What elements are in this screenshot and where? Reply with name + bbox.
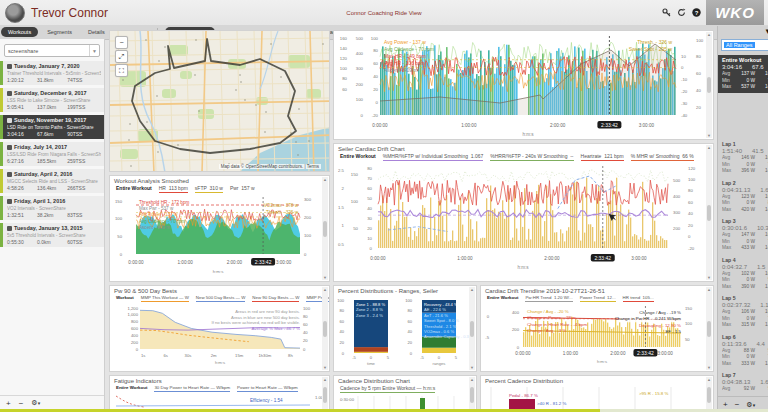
- map-fullscreen-icon[interactable]: ⛶: [115, 64, 128, 77]
- svg-text:Avg Cadence - 70 rpm: Avg Cadence - 70 rpm: [384, 46, 434, 52]
- lap-summary[interactable]: Lap 7 0:04:38.131.6Avg92 W97: [718, 369, 768, 395]
- svg-text:2:33:42: 2:33:42: [255, 259, 272, 265]
- svg-text:Efficiency - 1.54: Efficiency - 1.54: [250, 398, 283, 403]
- workout-list-item[interactable]: Tuesday, January 13, 2015 5x5 Threshold …: [0, 223, 104, 247]
- svg-text:-5: -5: [352, 355, 356, 360]
- lap-summary[interactable]: Lap 3 0:30:01.610.3Avg147 W109Min0 W77Ma…: [718, 215, 768, 254]
- legend-item[interactable]: HR trend 105...: [623, 295, 654, 302]
- svg-text:2m: 2m: [211, 353, 217, 358]
- svg-text:2: 2: [342, 186, 345, 191]
- legend-item[interactable]: Pw:HR Trend 1.20 W/...: [525, 295, 572, 302]
- help-icon[interactable]: ?: [691, 8, 701, 18]
- range-stat-row: Max433 W149: [722, 245, 768, 252]
- range-duration: 0:30:01.610.3: [722, 225, 768, 231]
- legend-range[interactable]: Entire Workout: [340, 153, 376, 161]
- legend-item[interactable]: sFTP 310 w: [195, 185, 223, 193]
- panel-scrollbar[interactable]: ▲▼: [706, 32, 712, 138]
- seiler-drift-panel[interactable]: Seiler Cardiac Drift Chart Entire Workou…: [333, 143, 714, 282]
- legend-item[interactable]: Power to Heart Rate — W/bpm: [237, 385, 298, 392]
- workout-date: Tuesday, January 13, 2015: [7, 225, 101, 231]
- chevron-down-icon[interactable]: ▼: [718, 26, 768, 37]
- svg-text:60: 60: [373, 61, 378, 66]
- workout-description: Trainer Threshold Intervals - 5x5min - S…: [7, 71, 101, 76]
- add-workout-button[interactable]: +: [6, 399, 11, 408]
- range-selector[interactable]: All Ranges: [721, 39, 768, 51]
- lap-summary[interactable]: Lap 5 0:02:37.321.1Avg106 W108Min0 W74Ma…: [718, 292, 768, 331]
- sync-icon[interactable]: [676, 8, 686, 18]
- cadence-distribution-panel[interactable]: Cadence Distribution Chart Cadence by 5 …: [333, 375, 477, 412]
- lap-summary[interactable]: Lap 2 0:04:31.131.6Avg123 W100Min0 W89Ma…: [718, 177, 768, 216]
- remove-range-button[interactable]: −: [735, 400, 740, 409]
- map-zoom-out-button[interactable]: −: [115, 36, 128, 49]
- smoothed-analysis-panel[interactable]: Workout Analysis Smoothed Entire Workout…: [109, 175, 330, 282]
- workout-list-item[interactable]: Tuesday, January 7, 2020 Trainer Thresho…: [0, 61, 104, 85]
- search-dropdown-icon[interactable]: ▼: [89, 45, 99, 56]
- lap-summary[interactable]: Lap 1 1:51:4041.5Avg146 W107Min0 W71Max3…: [718, 138, 768, 177]
- legend-item[interactable]: %MHR/%FTP w/ Individual Smoothing 1.067: [383, 153, 484, 161]
- entire-workout-summary[interactable]: Entire Workout 3:04:1667.6Avg137 W106Min…: [718, 55, 768, 93]
- svg-text:200: 200: [512, 327, 520, 332]
- panel-scrollbar[interactable]: ▲▼: [706, 145, 712, 280]
- lap-summary[interactable]: Lap 6 0:11:33.64.4Avg88 W98Min0 W76Max33…: [718, 331, 768, 370]
- add-range-button[interactable]: +: [723, 400, 728, 409]
- legend-item[interactable]: % MHR w/ Smoothing 66 %: [631, 153, 694, 161]
- panel-scrollbar[interactable]: ▲▼: [706, 287, 712, 370]
- percent-cadence-panel[interactable]: Percent Cadence Distribution Pedal - 86.…: [480, 375, 714, 412]
- workout-list-item[interactable]: Friday, April 1, 2016 VO2 Intervals - Sc…: [0, 196, 104, 220]
- settings-gear-icon[interactable]: ⚙▾: [31, 399, 40, 407]
- legend-range[interactable]: Entire Workout: [487, 295, 518, 302]
- panel-scrollbar[interactable]: ▲▼: [706, 377, 712, 412]
- panel-scrollbar[interactable]: ▲▼: [469, 287, 475, 370]
- legend-item[interactable]: 30 Day Power to Heart Rate — W/bpm: [154, 385, 230, 392]
- legend-range[interactable]: Workout: [116, 295, 134, 302]
- legend-range[interactable]: Entire Workout: [116, 385, 147, 392]
- svg-text:80: 80: [367, 166, 372, 171]
- avatar[interactable]: [5, 3, 25, 23]
- percent-distributions-panel[interactable]: Percent Distributions - Ranges, Seiler 1…: [333, 285, 477, 372]
- svg-text:400: 400: [131, 333, 139, 338]
- remove-workout-button[interactable]: −: [19, 399, 24, 408]
- drift-trendline-panel[interactable]: Cardiac Drift Trendline 2019-10-27T21-26…: [480, 285, 714, 372]
- legend-range[interactable]: Entire Workout: [116, 185, 152, 193]
- legend-item[interactable]: HR 113 bpm: [159, 185, 188, 193]
- workout-stats: 4:58:26136.4km266TSS: [7, 185, 101, 191]
- workout-list-item[interactable]: Sunday, November 19, 2017 LSD Ride on To…: [0, 115, 104, 139]
- cadence-legend[interactable]: Cadence by 5 rpm Entire Workout — h:m:s: [340, 385, 435, 393]
- svg-text:50: 50: [117, 234, 122, 239]
- tab-details[interactable]: Details: [81, 27, 112, 37]
- svg-text:300: 300: [304, 197, 312, 202]
- panel-scrollbar[interactable]: ▲▼: [322, 377, 328, 412]
- workout-chart-panel[interactable]: 1601401201008060500400300200100010080604…: [333, 30, 714, 140]
- search-input[interactable]: [5, 48, 89, 54]
- route-map-panel[interactable]: − ⤢ ⛶ Map data © OpenStreetMap contribut…: [109, 30, 330, 172]
- panel-scrollbar[interactable]: ▲▼: [322, 177, 328, 280]
- panel-scrollbar[interactable]: ▲▼: [322, 287, 328, 370]
- svg-text:120: 120: [688, 166, 696, 171]
- legend-item[interactable]: Power Trend 12...: [580, 295, 616, 302]
- map-attribution[interactable]: Map data © OpenStreetMap contributors. |…: [219, 164, 321, 169]
- workout-list-item[interactable]: Saturday, April 2, 2016 MGCC Selects Rid…: [0, 169, 104, 193]
- svg-text:0: 0: [304, 252, 307, 257]
- legend-item[interactable]: New 500 Day Bests — W: [196, 295, 246, 302]
- share-icon[interactable]: [661, 8, 671, 18]
- legend-item[interactable]: Pwr 157 w: [230, 185, 255, 193]
- panel-scrollbar[interactable]: ▲▼: [469, 377, 475, 412]
- meanmax-panel[interactable]: Pw 90 & 500 Day Bests WorkoutMMP This Wo…: [109, 285, 330, 372]
- svg-text:100: 100: [685, 321, 693, 326]
- tab-workouts[interactable]: Workouts: [1, 27, 38, 37]
- lap-summary[interactable]: Lap 4 0:04:32.71.5Avg102 W103Min0 W90Max…: [718, 254, 768, 293]
- fatigue-panel[interactable]: Fatigue Indicators Entire Workout30 Day …: [109, 375, 330, 412]
- workout-stats: 5:05:41137.0km199TSS: [7, 104, 101, 110]
- svg-text:h:m:s: h:m:s: [517, 265, 529, 270]
- tab-segments[interactable]: Segments: [40, 27, 79, 37]
- svg-text:40: 40: [696, 88, 701, 93]
- legend-item[interactable]: %HRR/%FTP - 240s W Smoothing --: [490, 153, 573, 161]
- workout-list-item[interactable]: Friday, July 14, 2017 LSS/LSD Ride From …: [0, 142, 104, 166]
- legend-item[interactable]: MMP This Workout — W: [141, 295, 189, 302]
- workout-list-item[interactable]: Saturday, December 9, 2017 LSS Ride to L…: [0, 88, 104, 112]
- settings-gear-icon[interactable]: ⚙▾: [746, 401, 755, 409]
- svg-text:-20: -20: [688, 246, 695, 251]
- map-expand-icon[interactable]: ⤢: [115, 50, 128, 63]
- legend-item[interactable]: Heartrate 121 bpm: [581, 153, 624, 161]
- legend-item[interactable]: New 90 Day Bests — W: [252, 295, 299, 302]
